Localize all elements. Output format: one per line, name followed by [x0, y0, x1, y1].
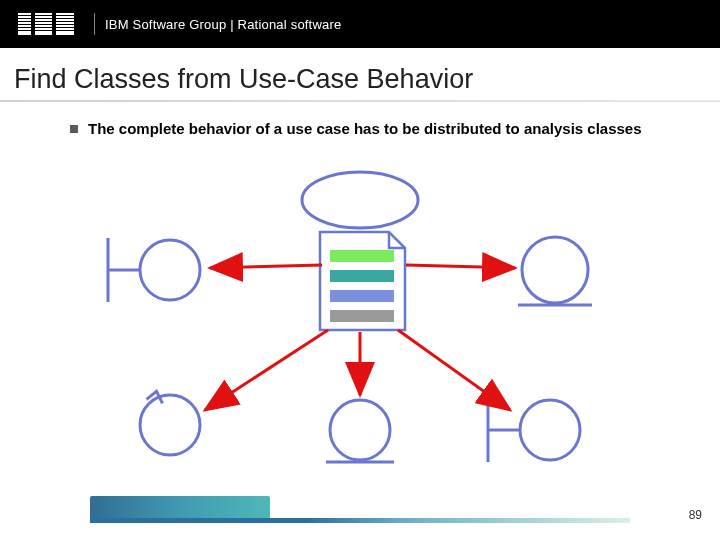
distribution-arrow: [210, 265, 322, 268]
distribution-arrow: [205, 330, 328, 410]
slide: IBM Software Group | Rational software F…: [0, 0, 720, 540]
svg-point-19: [330, 400, 390, 460]
svg-point-11: [140, 240, 200, 300]
svg-rect-7: [18, 33, 74, 35]
entity-class-icon: [518, 237, 592, 305]
bullet-icon: [70, 125, 78, 133]
document-bar: [330, 270, 394, 282]
svg-point-17: [522, 237, 588, 303]
boundary-class-icon: [488, 398, 580, 462]
diagram: [0, 170, 720, 480]
svg-rect-5: [18, 28, 74, 30]
svg-rect-9: [52, 13, 56, 35]
svg-rect-6: [18, 31, 74, 33]
svg-rect-4: [18, 25, 74, 27]
svg-point-14: [520, 400, 580, 460]
control-class-icon: [140, 391, 200, 455]
header-divider: [94, 13, 95, 35]
boundary-class-icon: [108, 238, 200, 302]
ibm-logo-icon: [18, 13, 74, 35]
bullet-text: The complete behavior of a use case has …: [88, 120, 642, 139]
slide-title: Find Classes from Use-Case Behavior: [14, 64, 473, 95]
title-underline: [0, 100, 720, 102]
bullet: The complete behavior of a use case has …: [70, 120, 650, 139]
distribution-arrow: [398, 330, 510, 410]
svg-rect-2: [18, 19, 74, 21]
distribution-arrow: [406, 265, 515, 268]
footer: 89: [0, 496, 720, 526]
svg-rect-0: [18, 13, 74, 15]
svg-rect-8: [31, 13, 35, 35]
use-case-ellipse: [302, 172, 418, 228]
svg-rect-3: [18, 22, 74, 24]
page-number: 89: [689, 508, 702, 522]
svg-point-21: [140, 395, 200, 455]
footer-bar: [90, 518, 630, 523]
document-bar: [330, 310, 394, 322]
header-text: IBM Software Group | Rational software: [105, 17, 341, 32]
entity-class-icon: [326, 400, 394, 462]
document-bar: [330, 290, 394, 302]
svg-rect-1: [18, 16, 74, 18]
header-bar: IBM Software Group | Rational software: [0, 0, 720, 48]
document-bar: [330, 250, 394, 262]
